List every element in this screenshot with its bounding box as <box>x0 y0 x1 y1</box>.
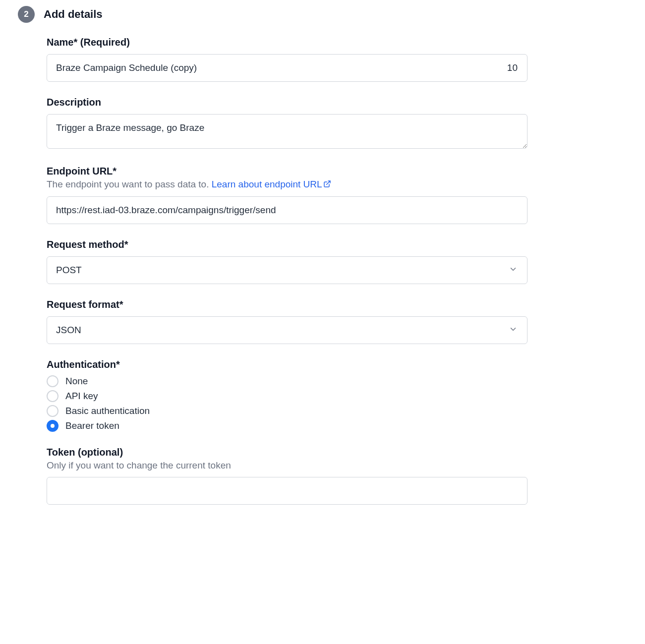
request-format-label: Request format* <box>47 299 528 310</box>
authentication-field-block: Authentication* None API key Basic authe… <box>47 359 528 432</box>
radio-icon <box>47 405 59 417</box>
endpoint-input[interactable] <box>47 196 528 224</box>
auth-option-bearer-token[interactable]: Bearer token <box>47 420 528 432</box>
token-input[interactable] <box>47 477 528 505</box>
step-header: 2 Add details <box>18 6 528 23</box>
radio-label: None <box>65 376 88 387</box>
radio-icon <box>47 375 59 387</box>
endpoint-help: The endpoint you want to pass data to. L… <box>47 179 528 190</box>
step-number-badge: 2 <box>18 6 35 23</box>
request-format-field-block: Request format* JSON <box>47 299 528 344</box>
description-label: Description <box>47 97 528 108</box>
auth-option-basic-auth[interactable]: Basic authentication <box>47 405 528 417</box>
name-label: Name* (Required) <box>47 37 528 48</box>
request-method-select[interactable]: POST <box>47 256 528 284</box>
radio-icon <box>47 420 59 432</box>
endpoint-field-block: Endpoint URL* The endpoint you want to p… <box>47 166 528 224</box>
radio-label: Basic authentication <box>65 406 150 416</box>
radio-label: Bearer token <box>65 420 119 431</box>
authentication-label: Authentication* <box>47 359 528 370</box>
token-label: Token (optional) <box>47 447 528 458</box>
description-field-block: Description Trigger a Braze message, go … <box>47 97 528 151</box>
name-input[interactable] <box>47 54 528 82</box>
auth-option-none[interactable]: None <box>47 375 528 387</box>
request-format-select[interactable]: JSON <box>47 316 528 344</box>
description-input[interactable]: Trigger a Braze message, go Braze <box>47 114 528 149</box>
token-help: Only if you want to change the current t… <box>47 460 528 471</box>
radio-label: API key <box>65 391 98 402</box>
request-method-field-block: Request method* POST <box>47 239 528 284</box>
endpoint-help-link[interactable]: Learn about endpoint URL <box>212 179 331 189</box>
auth-option-api-key[interactable]: API key <box>47 390 528 402</box>
endpoint-label: Endpoint URL* <box>47 166 528 177</box>
request-method-label: Request method* <box>47 239 528 250</box>
authentication-radio-group: None API key Basic authentication Bearer… <box>47 375 528 432</box>
radio-icon <box>47 390 59 402</box>
name-char-counter: 10 <box>507 62 518 73</box>
external-link-icon <box>323 179 331 190</box>
step-title: Add details <box>44 8 103 21</box>
name-field-block: Name* (Required) 10 <box>47 37 528 82</box>
svg-line-0 <box>326 181 330 184</box>
endpoint-help-text: The endpoint you want to pass data to. <box>47 179 212 189</box>
token-field-block: Token (optional) Only if you want to cha… <box>47 447 528 505</box>
